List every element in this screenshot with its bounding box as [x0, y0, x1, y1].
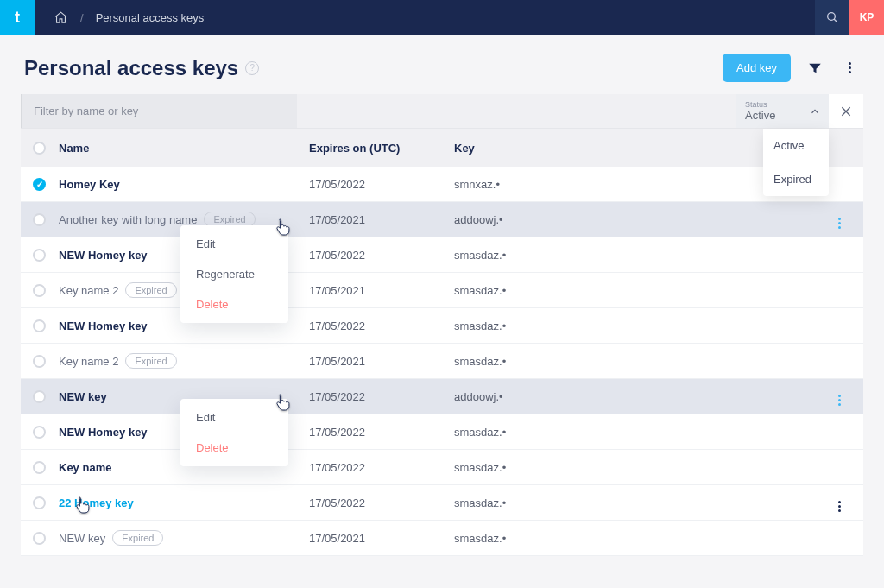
row-name: Homey Key	[59, 178, 120, 191]
row-name: NEW Homey key	[59, 426, 148, 439]
table-row[interactable]: 22 Homey key 17/05/2022 smasdaz.•	[21, 485, 863, 521]
breadcrumb: / Personal access keys	[35, 10, 204, 25]
row-name: Another key with long name	[59, 213, 197, 226]
row-name: NEW key	[59, 532, 105, 545]
filter-button[interactable]	[805, 58, 825, 79]
col-header-name[interactable]: Name	[59, 142, 309, 155]
expired-badge: Expired	[112, 530, 163, 546]
row-context-menu: Edit Delete	[180, 399, 288, 466]
row-radio[interactable]	[33, 496, 46, 509]
row-expires: 17/05/2021	[309, 284, 454, 297]
row-expires: 17/05/2022	[309, 319, 454, 332]
row-name: NEW key	[59, 390, 107, 403]
row-expires: 17/05/2022	[309, 390, 454, 403]
row-name: NEW Homey key	[59, 319, 148, 332]
status-option-expired[interactable]: Expired	[763, 162, 829, 196]
row-radio[interactable]	[33, 426, 46, 439]
status-dropdown: Active Expired	[763, 129, 829, 196]
breadcrumb-separator: /	[80, 11, 84, 24]
table-row[interactable]: NEW key 17/05/2022 addoowj.•	[21, 379, 863, 414]
status-filter-value: Active	[745, 109, 792, 122]
row-radio[interactable]	[33, 213, 46, 226]
row-menu-button[interactable]	[838, 493, 841, 512]
table-header: Name Expires on (UTC) Key	[21, 129, 863, 167]
avatar[interactable]: KP	[849, 0, 884, 35]
table-row[interactable]: NEW Homey key 17/05/2022 smasdaz.•	[21, 308, 863, 344]
menu-delete[interactable]: Delete	[180, 433, 288, 463]
breadcrumb-page[interactable]: Personal access keys	[96, 11, 205, 24]
row-name: Key name	[59, 461, 111, 474]
table-row[interactable]: Key name 2 Expired 17/05/2021 smasdaz.•	[21, 344, 863, 379]
row-key: smasdaz.•	[454, 249, 827, 262]
row-expires: 17/05/2022	[309, 496, 454, 509]
expired-badge: Expired	[125, 282, 176, 298]
page-more-button[interactable]	[839, 58, 860, 79]
row-expires: 17/05/2022	[309, 178, 454, 191]
row-radio[interactable]	[33, 249, 46, 262]
menu-edit[interactable]: Edit	[180, 402, 288, 433]
table-row[interactable]: Key name 17/05/2022 smasdaz.•	[21, 450, 863, 485]
row-expires: 17/05/2022	[309, 426, 454, 439]
status-filter[interactable]: Status Active	[736, 94, 801, 128]
table-row[interactable]: NEW Homey key 17/05/2022 smasdaz.•	[21, 237, 863, 273]
row-radio[interactable]	[33, 284, 46, 297]
row-key: smasdaz.•	[454, 426, 827, 439]
add-key-button[interactable]: Add key	[723, 54, 791, 82]
expired-badge: Expired	[125, 353, 176, 369]
menu-regenerate[interactable]: Regenerate	[180, 259, 288, 289]
row-radio[interactable]	[33, 319, 46, 332]
filter-input[interactable]	[21, 94, 297, 128]
row-radio[interactable]	[33, 178, 46, 191]
status-option-active[interactable]: Active	[763, 129, 829, 162]
table-row[interactable]: NEW key Expired 17/05/2021 smasdaz.•	[21, 521, 863, 556]
row-radio[interactable]	[33, 532, 46, 545]
row-radio[interactable]	[33, 390, 46, 403]
search-button[interactable]	[815, 0, 849, 35]
page-title: Personal access keys	[24, 56, 238, 80]
row-key: smasdaz.•	[454, 496, 827, 509]
home-icon[interactable]	[54, 10, 68, 25]
row-expires: 17/05/2021	[309, 355, 454, 368]
topbar-right: KP	[815, 0, 884, 35]
table-row[interactable]: NEW Homey key 17/05/2022 smasdaz.•	[21, 414, 863, 450]
row-key: smasdaz.•	[454, 532, 827, 545]
menu-delete[interactable]: Delete	[180, 289, 288, 319]
keys-table: Name Expires on (UTC) Key Homey Key 17/0…	[21, 129, 863, 556]
topbar: t / Personal access keys KP	[0, 0, 884, 35]
info-icon[interactable]: ?	[245, 61, 259, 75]
row-key: addoowj.•	[454, 390, 827, 403]
menu-edit[interactable]: Edit	[180, 229, 288, 259]
row-key: smasdaz.•	[454, 461, 827, 474]
row-expires: 17/05/2022	[309, 461, 454, 474]
logo[interactable]: t	[0, 0, 35, 35]
row-name: NEW Homey key	[59, 249, 148, 262]
col-header-expires[interactable]: Expires on (UTC)	[309, 142, 454, 155]
status-filter-toggle[interactable]	[801, 94, 829, 128]
table-row[interactable]: Homey Key 17/05/2022 smnxaz.•	[21, 167, 863, 202]
status-filter-label: Status	[745, 100, 792, 109]
row-context-menu: Edit Regenerate Delete	[180, 225, 288, 323]
page-header: Personal access keys ? Add key	[0, 35, 884, 94]
row-menu-button[interactable]	[838, 210, 841, 229]
close-filter-button[interactable]	[829, 94, 863, 128]
row-expires: 17/05/2022	[309, 249, 454, 262]
row-key: addoowj.•	[454, 213, 827, 226]
row-radio[interactable]	[33, 355, 46, 368]
row-expires: 17/05/2021	[309, 532, 454, 545]
row-name[interactable]: 22 Homey key	[59, 496, 134, 509]
row-key: smasdaz.•	[454, 355, 827, 368]
row-radio[interactable]	[33, 461, 46, 474]
select-all-radio[interactable]	[33, 142, 46, 155]
row-expires: 17/05/2021	[309, 213, 454, 226]
header-actions: Add key	[723, 54, 860, 82]
row-name: Key name 2	[59, 284, 118, 297]
table-row[interactable]: Another key with long name Expired 17/05…	[21, 202, 863, 237]
row-key: smasdaz.•	[454, 284, 827, 297]
row-menu-button[interactable]	[838, 387, 841, 406]
row-name: Key name 2	[59, 355, 118, 368]
table-row[interactable]: Key name 2 Expired 17/05/2021 smasdaz.•	[21, 273, 863, 308]
row-key: smasdaz.•	[454, 319, 827, 332]
filter-bar: Status Active Active Expired	[21, 94, 863, 129]
